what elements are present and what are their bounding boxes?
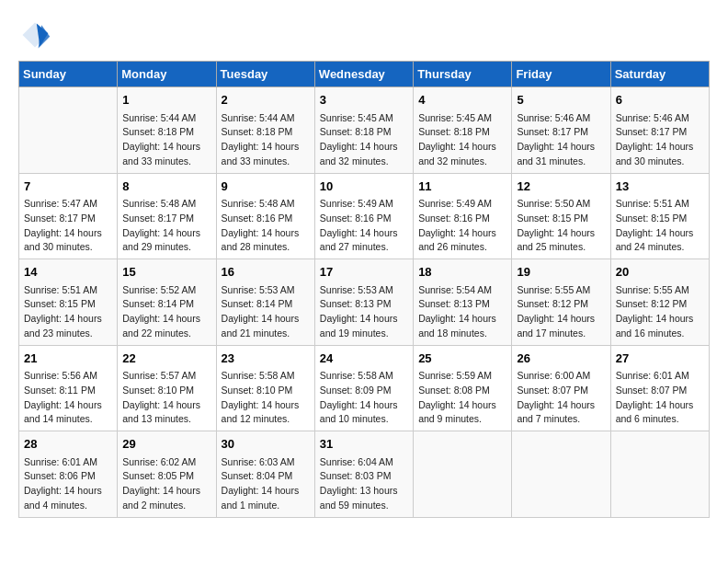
day-number: 11 <box>418 178 506 196</box>
calendar-body: 1Sunrise: 5:44 AM Sunset: 8:18 PM Daylig… <box>19 87 710 518</box>
day-number: 4 <box>418 91 506 109</box>
day-number: 13 <box>616 178 704 196</box>
day-cell: 22Sunrise: 5:57 AM Sunset: 8:10 PM Dayli… <box>118 345 216 431</box>
day-cell: 2Sunrise: 5:44 AM Sunset: 8:18 PM Daylig… <box>216 87 314 174</box>
day-info: Sunrise: 5:55 AM Sunset: 8:12 PM Dayligh… <box>517 283 605 341</box>
day-cell: 19Sunrise: 5:55 AM Sunset: 8:12 PM Dayli… <box>512 259 610 346</box>
day-cell: 11Sunrise: 5:49 AM Sunset: 8:16 PM Dayli… <box>414 173 512 259</box>
logo-icon <box>18 18 51 52</box>
day-info: Sunrise: 6:01 AM Sunset: 8:07 PM Dayligh… <box>616 369 704 427</box>
day-info: Sunrise: 6:04 AM Sunset: 8:03 PM Dayligh… <box>320 455 408 513</box>
day-cell: 3Sunrise: 5:45 AM Sunset: 8:18 PM Daylig… <box>314 87 413 174</box>
day-number: 21 <box>24 350 112 368</box>
day-info: Sunrise: 6:02 AM Sunset: 8:05 PM Dayligh… <box>122 455 210 513</box>
day-info: Sunrise: 5:54 AM Sunset: 8:13 PM Dayligh… <box>418 283 506 341</box>
header-cell-friday: Friday <box>512 62 610 87</box>
day-number: 7 <box>24 178 112 196</box>
logo <box>18 18 55 52</box>
day-number: 29 <box>122 435 210 454</box>
day-number: 16 <box>222 263 310 282</box>
day-number: 26 <box>517 350 605 368</box>
day-info: Sunrise: 5:58 AM Sunset: 8:09 PM Dayligh… <box>320 369 408 427</box>
day-cell: 4Sunrise: 5:45 AM Sunset: 8:18 PM Daylig… <box>414 87 512 174</box>
day-number: 1 <box>122 91 210 109</box>
header-cell-saturday: Saturday <box>610 62 709 87</box>
day-number: 15 <box>122 263 210 282</box>
day-cell: 20Sunrise: 5:55 AM Sunset: 8:12 PM Dayli… <box>610 259 709 346</box>
day-cell <box>610 431 709 518</box>
header-cell-monday: Monday <box>118 62 216 87</box>
day-cell: 16Sunrise: 5:53 AM Sunset: 8:14 PM Dayli… <box>216 259 314 346</box>
day-info: Sunrise: 5:47 AM Sunset: 8:17 PM Dayligh… <box>24 197 112 255</box>
day-number: 3 <box>320 91 408 109</box>
day-cell <box>512 431 610 518</box>
day-info: Sunrise: 5:58 AM Sunset: 8:10 PM Dayligh… <box>222 369 310 427</box>
day-cell: 17Sunrise: 5:53 AM Sunset: 8:13 PM Dayli… <box>314 259 413 346</box>
day-cell: 30Sunrise: 6:03 AM Sunset: 8:04 PM Dayli… <box>216 431 314 518</box>
day-cell: 13Sunrise: 5:51 AM Sunset: 8:15 PM Dayli… <box>610 173 709 259</box>
day-number: 23 <box>222 350 310 368</box>
day-number: 19 <box>517 263 605 282</box>
day-number: 5 <box>517 91 605 109</box>
week-row-4: 28Sunrise: 6:01 AM Sunset: 8:06 PM Dayli… <box>19 431 710 518</box>
day-info: Sunrise: 5:51 AM Sunset: 8:15 PM Dayligh… <box>24 283 112 341</box>
day-number: 6 <box>616 91 704 109</box>
day-number: 30 <box>222 435 310 454</box>
day-cell: 26Sunrise: 6:00 AM Sunset: 8:07 PM Dayli… <box>512 345 610 431</box>
day-info: Sunrise: 5:55 AM Sunset: 8:12 PM Dayligh… <box>616 283 704 341</box>
day-number: 25 <box>418 350 506 368</box>
day-info: Sunrise: 5:53 AM Sunset: 8:13 PM Dayligh… <box>320 283 408 341</box>
day-cell: 8Sunrise: 5:48 AM Sunset: 8:17 PM Daylig… <box>118 173 216 259</box>
day-number: 9 <box>222 178 310 196</box>
day-number: 27 <box>616 350 704 368</box>
day-info: Sunrise: 5:59 AM Sunset: 8:08 PM Dayligh… <box>418 369 506 427</box>
day-info: Sunrise: 5:49 AM Sunset: 8:16 PM Dayligh… <box>320 197 408 255</box>
day-number: 12 <box>517 178 605 196</box>
header-cell-wednesday: Wednesday <box>314 62 413 87</box>
day-number: 17 <box>320 263 408 282</box>
page-header <box>18 18 710 52</box>
day-info: Sunrise: 5:44 AM Sunset: 8:18 PM Dayligh… <box>222 111 310 169</box>
week-row-0: 1Sunrise: 5:44 AM Sunset: 8:18 PM Daylig… <box>19 87 710 174</box>
day-cell: 24Sunrise: 5:58 AM Sunset: 8:09 PM Dayli… <box>314 345 413 431</box>
day-cell: 21Sunrise: 5:56 AM Sunset: 8:11 PM Dayli… <box>19 345 118 431</box>
day-number: 14 <box>24 263 112 282</box>
day-cell: 23Sunrise: 5:58 AM Sunset: 8:10 PM Dayli… <box>216 345 314 431</box>
day-number: 31 <box>320 435 408 454</box>
week-row-2: 14Sunrise: 5:51 AM Sunset: 8:15 PM Dayli… <box>19 259 710 346</box>
day-info: Sunrise: 5:46 AM Sunset: 8:17 PM Dayligh… <box>616 111 704 169</box>
header-cell-sunday: Sunday <box>19 62 118 87</box>
header-cell-tuesday: Tuesday <box>216 62 314 87</box>
calendar-table: SundayMondayTuesdayWednesdayThursdayFrid… <box>18 61 710 518</box>
calendar-header: SundayMondayTuesdayWednesdayThursdayFrid… <box>19 62 710 87</box>
day-info: Sunrise: 6:01 AM Sunset: 8:06 PM Dayligh… <box>24 455 112 513</box>
header-cell-thursday: Thursday <box>414 62 512 87</box>
day-info: Sunrise: 6:03 AM Sunset: 8:04 PM Dayligh… <box>222 455 310 513</box>
day-cell <box>19 87 118 174</box>
day-cell: 12Sunrise: 5:50 AM Sunset: 8:15 PM Dayli… <box>512 173 610 259</box>
day-cell: 27Sunrise: 6:01 AM Sunset: 8:07 PM Dayli… <box>610 345 709 431</box>
day-info: Sunrise: 5:53 AM Sunset: 8:14 PM Dayligh… <box>222 283 310 341</box>
day-number: 8 <box>122 178 210 196</box>
day-info: Sunrise: 5:51 AM Sunset: 8:15 PM Dayligh… <box>616 197 704 255</box>
day-number: 18 <box>418 263 506 282</box>
day-cell: 7Sunrise: 5:47 AM Sunset: 8:17 PM Daylig… <box>19 173 118 259</box>
day-cell <box>414 431 512 518</box>
day-info: Sunrise: 5:48 AM Sunset: 8:16 PM Dayligh… <box>222 197 310 255</box>
day-cell: 14Sunrise: 5:51 AM Sunset: 8:15 PM Dayli… <box>19 259 118 346</box>
day-cell: 31Sunrise: 6:04 AM Sunset: 8:03 PM Dayli… <box>314 431 413 518</box>
day-info: Sunrise: 5:48 AM Sunset: 8:17 PM Dayligh… <box>122 197 210 255</box>
day-cell: 25Sunrise: 5:59 AM Sunset: 8:08 PM Dayli… <box>414 345 512 431</box>
day-info: Sunrise: 5:45 AM Sunset: 8:18 PM Dayligh… <box>418 111 506 169</box>
day-info: Sunrise: 5:52 AM Sunset: 8:14 PM Dayligh… <box>122 283 210 341</box>
day-cell: 10Sunrise: 5:49 AM Sunset: 8:16 PM Dayli… <box>314 173 413 259</box>
day-cell: 1Sunrise: 5:44 AM Sunset: 8:18 PM Daylig… <box>118 87 216 174</box>
day-number: 22 <box>122 350 210 368</box>
day-cell: 29Sunrise: 6:02 AM Sunset: 8:05 PM Dayli… <box>118 431 216 518</box>
day-number: 2 <box>222 91 310 109</box>
day-info: Sunrise: 6:00 AM Sunset: 8:07 PM Dayligh… <box>517 369 605 427</box>
day-info: Sunrise: 5:57 AM Sunset: 8:10 PM Dayligh… <box>122 369 210 427</box>
day-cell: 5Sunrise: 5:46 AM Sunset: 8:17 PM Daylig… <box>512 87 610 174</box>
day-cell: 18Sunrise: 5:54 AM Sunset: 8:13 PM Dayli… <box>414 259 512 346</box>
day-info: Sunrise: 5:49 AM Sunset: 8:16 PM Dayligh… <box>418 197 506 255</box>
